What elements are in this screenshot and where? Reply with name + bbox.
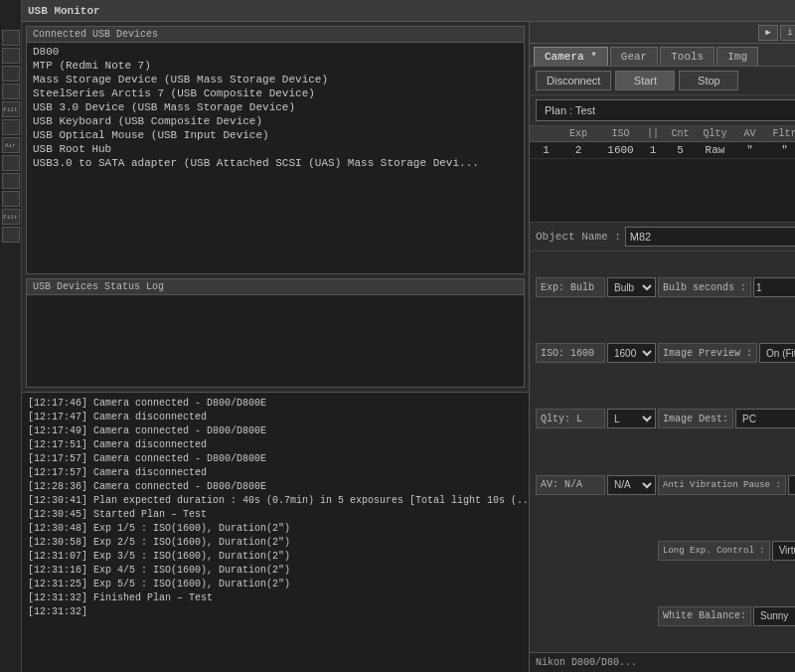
device-item[interactable]: USB3.0 to SATA adapter (USB Attached SCS… [29, 156, 522, 170]
av-setting-row: AV: N/A N/A [536, 452, 656, 516]
info-icon[interactable]: i [780, 25, 795, 41]
vibration-setting-row: Anti Vibration Pause : 0s [658, 452, 795, 516]
sidebar-item-2[interactable] [2, 48, 20, 64]
table-cell: 1 [534, 144, 558, 156]
iso-label: ISO: 1600 [536, 343, 605, 363]
log-line: [12:31:07] Exp 3/5 : ISO(1600), Duration… [28, 550, 523, 564]
bottom-log: [12:17:46] Camera connected - D800/D800E… [22, 392, 529, 672]
bulb-input[interactable] [753, 277, 795, 297]
sidebar-item-9[interactable] [2, 227, 20, 243]
device-item[interactable]: USB 3.0 Device (USB Mass Storage Device) [29, 100, 522, 114]
log-line: [12:17:49] Camera connected - D800/D800E [28, 424, 523, 438]
av-select[interactable]: N/A [607, 475, 656, 495]
sidebar-item-filter2[interactable]: Filt [2, 209, 20, 225]
log-line: [12:30:45] Started Plan – Test [28, 508, 523, 522]
sidebar-item-6[interactable] [2, 155, 20, 171]
qlty-label: Qlty: L [536, 409, 605, 428]
log-line: [12:30:41] Plan expected duration : 40s … [28, 494, 523, 508]
vibration-select[interactable]: 0s [788, 475, 795, 495]
title-bar: USB Monitor – □ ✕ [22, 0, 795, 22]
plan-row: Plan : Test Edit [530, 95, 795, 126]
status-log-title: USB Devices Status Log [27, 279, 524, 295]
device-item[interactable]: Mass Storage Device (USB Mass Storage De… [29, 73, 522, 86]
dest-select[interactable]: PC [735, 409, 795, 428]
empty-left-6 [536, 585, 656, 648]
right-top-bar: ▶ i ? – □ ✕ [530, 22, 795, 44]
tab-img[interactable]: Img [716, 47, 758, 66]
table-cell: Raw [698, 144, 732, 156]
usb-devices-title: Connected USB Devices [27, 27, 524, 43]
longexp-setting-row: Long Exp. Control : Virtual [658, 519, 795, 583]
log-line: [12:30:58] Exp 2/5 : ISO(1600), Duration… [28, 536, 523, 550]
wb-select[interactable]: Sunny [753, 606, 795, 626]
tabs-row: Camera *GearToolsImg [530, 44, 795, 67]
bottom-status: Nikon D800/D80... [530, 652, 795, 672]
tab-gear[interactable]: Gear [610, 47, 658, 66]
wb-label: White Balance: [658, 606, 751, 626]
sidebar-item-4[interactable] [2, 84, 20, 99]
sidebar-item-8[interactable] [2, 191, 20, 207]
main-area: USB Monitor – □ ✕ Connected USB Devices … [22, 0, 795, 672]
sidebar-item-filter[interactable]: Filt [2, 101, 20, 117]
vibration-label: Anti Vibration Pause : [658, 475, 786, 495]
table-header-cell: Cnt [663, 128, 698, 139]
device-list[interactable]: D800MTP (Redmi Note 7)Mass Storage Devic… [27, 43, 524, 273]
qlty-setting-row: Qlty: L L [536, 387, 656, 450]
table-cell: 5 [663, 144, 698, 156]
disconnect-button[interactable]: Disconnect [536, 71, 611, 90]
table-header-cell: AV [732, 128, 767, 139]
tab-tools[interactable]: Tools [660, 47, 715, 66]
table-cell: " [732, 144, 767, 156]
sidebar-item-air[interactable]: Air [2, 137, 20, 153]
device-item[interactable]: D800 [29, 45, 522, 59]
device-item[interactable]: MTP (Redmi Note 7) [29, 59, 522, 73]
object-name-row: Object Name : ↺ ▲ ▼ [530, 222, 795, 252]
table-cell: 2 [558, 144, 598, 156]
preview-setting-row: Image Preview : On (Fit) [658, 321, 795, 385]
dest-label: Image Dest: [658, 409, 733, 428]
qlty-select[interactable]: L [607, 409, 656, 428]
sidebar-item-7[interactable] [2, 173, 20, 189]
iso-setting-row: ISO: 1600 1600 [536, 321, 656, 385]
stop-button[interactable]: Stop [679, 71, 738, 90]
log-line: [12:31:32] [28, 605, 523, 619]
left-sidebar: Filt Air Filt [0, 0, 22, 672]
log-line: [12:17:57] Camera connected - D800/D800E [28, 452, 523, 466]
exp-label: Exp: Bulb [536, 277, 605, 297]
preview-select[interactable]: On (Fit) [759, 343, 795, 363]
device-item[interactable]: SteelSeries Arctis 7 (USB Composite Devi… [29, 86, 522, 100]
table-area: 12160015Raw"" [530, 142, 795, 222]
log-line: [12:31:32] Finished Plan – Test [28, 591, 523, 605]
tab-camera[interactable]: Camera * [534, 47, 608, 66]
table-header-cell: Exp [558, 128, 598, 139]
sidebar-item-5[interactable] [2, 119, 20, 135]
exp-select[interactable]: Bulb [607, 277, 656, 297]
iso-select[interactable]: 1600 [607, 343, 656, 363]
play-icon[interactable]: ▶ [758, 25, 778, 41]
log-line: [12:17:57] Camera disconnected [28, 466, 523, 480]
table-row[interactable]: 12160015Raw"" [530, 142, 795, 159]
app-title: USB Monitor [28, 5, 100, 17]
status-log-panel: USB Devices Status Log [26, 278, 525, 388]
log-line: [12:17:51] Camera disconnected [28, 438, 523, 452]
device-item[interactable]: USB Optical Mouse (USB Input Device) [29, 128, 522, 142]
sidebar-item-1[interactable] [2, 30, 20, 46]
device-item[interactable]: USB Keyboard (USB Composite Device) [29, 114, 522, 128]
start-button[interactable]: Start [615, 71, 675, 90]
plan-select[interactable]: Plan : Test [536, 99, 795, 121]
object-name-input[interactable] [625, 227, 795, 247]
log-line: [12:17:46] Camera connected - D800/D800E [28, 397, 523, 411]
longexp-select[interactable]: Virtual [772, 541, 795, 561]
camera-status: Nikon D800/D80... [536, 657, 637, 668]
sidebar-item-3[interactable] [2, 66, 20, 82]
log-line: [12:31:25] Exp 5/5 : ISO(1600), Duration… [28, 578, 523, 591]
longexp-label: Long Exp. Control : [658, 541, 770, 561]
table-cell: 1600 [598, 144, 643, 156]
object-name-label: Object Name : [536, 231, 621, 243]
table-header-cell: ISO [598, 128, 643, 139]
device-item[interactable]: USB Root Hub [29, 142, 522, 156]
table-header: ExpISO||CntQltyAVFltr [530, 126, 795, 142]
table-header-cell [534, 128, 558, 139]
dest-setting-row: Image Dest: PC [658, 387, 795, 450]
log-line: [12:30:48] Exp 1/5 : ISO(1600), Duration… [28, 522, 523, 536]
